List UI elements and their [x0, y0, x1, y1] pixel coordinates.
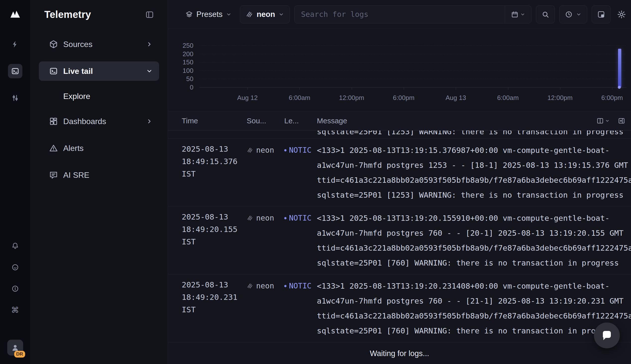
- x-axis-tick: 6:00am: [497, 94, 519, 102]
- log-message: <133>1 2025-08-13T13:19:15.376987+00:00 …: [317, 143, 631, 202]
- x-axis-tick: 12:00pm: [339, 94, 364, 102]
- y-axis-tick: 250: [169, 42, 193, 49]
- log-source-name: neon: [256, 143, 274, 158]
- sidebar-item-alerts[interactable]: Alerts: [39, 138, 159, 158]
- info-icon: [12, 285, 19, 292]
- x-axis-tickmark: [247, 88, 248, 90]
- bell-icon: [12, 242, 19, 250]
- search-button[interactable]: [536, 6, 555, 23]
- avatar-badge: DR: [14, 351, 25, 358]
- rail-bottom: ⌘ DR: [7, 240, 23, 356]
- gridline: [199, 54, 625, 54]
- alert-triangle-icon: [49, 144, 58, 152]
- feedback-button[interactable]: [10, 262, 21, 273]
- gridline: [199, 87, 626, 88]
- sliders-icon: [11, 94, 19, 102]
- log-search-bar: [294, 6, 531, 23]
- sidebar-item-label: Dashboards: [63, 117, 106, 126]
- chevron-down-icon: [226, 12, 231, 17]
- presets-button[interactable]: Presets: [181, 6, 235, 23]
- time-range-button[interactable]: [559, 6, 587, 23]
- logs-stream-icon: [247, 278, 253, 294]
- x-axis-tickmark: [456, 88, 456, 90]
- sidebar-item-label: Alerts: [63, 144, 84, 153]
- bar-base-dot: [618, 86, 621, 89]
- column-header-level: Le...: [284, 116, 317, 125]
- x-axis-tick: Aug 13: [446, 94, 466, 102]
- chevron-right-icon: [146, 118, 153, 124]
- log-row[interactable]: 2025-08-13 18:49:15.376 IST neon NOTIC <…: [168, 139, 631, 206]
- layers-icon: [185, 11, 193, 18]
- collapse-sidebar-button[interactable]: [145, 10, 154, 19]
- y-axis-tick: 150: [169, 58, 193, 66]
- gridline: [199, 46, 625, 46]
- gridline: [199, 79, 625, 79]
- y-axis-tick: 0: [169, 84, 193, 91]
- y-axis-tick: 200: [169, 50, 193, 58]
- log-row[interactable]: 2025-08-13 18:49:20.155 IST neon NOTIC <…: [168, 206, 631, 274]
- message-square-icon: [49, 171, 58, 179]
- log-source: neon: [247, 143, 284, 158]
- x-axis-tickmark: [404, 88, 404, 90]
- chevron-down-icon: [278, 12, 284, 17]
- log-source: neon: [247, 278, 284, 294]
- app-logo[interactable]: [9, 8, 21, 20]
- log-level: NOTIC: [284, 210, 317, 226]
- notifications-button[interactable]: [10, 240, 21, 252]
- search-input[interactable]: [294, 10, 505, 19]
- x-axis-tick: 6:00pm: [601, 94, 623, 102]
- chevron-down-icon: [576, 12, 581, 17]
- log-message: <133>1 2025-08-13T13:19:20.231408+00:00 …: [317, 278, 631, 338]
- sidebar-nav: Sources Live tail Explore: [30, 34, 168, 185]
- icon-rail: ⌘ DR: [0, 0, 30, 364]
- sidebar-item-ai-sre[interactable]: AI SRE: [39, 165, 159, 185]
- chevron-down-icon: [520, 12, 525, 17]
- rail-item-live-tail[interactable]: [8, 64, 23, 78]
- panel-collapse-icon: [145, 10, 154, 19]
- x-axis-tick: Aug 12: [237, 94, 258, 102]
- log-level-text: NOTIC: [289, 143, 311, 158]
- log-level-text: NOTIC: [289, 210, 311, 226]
- log-timestamp: 2025-08-13 18:49:15.376 IST: [182, 143, 247, 180]
- calendar-icon: [511, 11, 518, 18]
- command-menu-button[interactable]: ⌘: [10, 304, 21, 316]
- chevron-down-icon: [146, 68, 153, 74]
- x-axis-tickmark: [352, 88, 352, 90]
- columns-settings-button[interactable]: [597, 117, 609, 124]
- gridline: [199, 70, 625, 71]
- person-icon: [11, 343, 20, 352]
- sidebar-item-dashboards[interactable]: Dashboards: [39, 112, 159, 131]
- chevron-right-icon: [146, 41, 153, 48]
- level-dot-icon: [284, 217, 286, 219]
- level-dot-icon: [284, 149, 286, 152]
- info-button[interactable]: [10, 283, 21, 294]
- log-message: sqlstate=25P01 [1253] WARNING: there is …: [317, 130, 631, 139]
- source-selector[interactable]: neon: [240, 6, 290, 23]
- rail-item-activity[interactable]: [8, 37, 23, 52]
- sidebar-item-label: Sources: [63, 40, 92, 49]
- log-row[interactable]: 2025-08-13 18:49:20.231 IST neon NOTIC <…: [168, 274, 631, 342]
- live-tail-icon: [49, 67, 58, 75]
- lightning-icon: [11, 40, 19, 48]
- sidebar-header: Telemetry: [30, 0, 168, 20]
- sidebar-subitem-label: Explore: [63, 92, 90, 101]
- gear-icon: [617, 10, 626, 19]
- date-filter-button[interactable]: [505, 6, 531, 23]
- log-row-partial[interactable]: sqlstate=25P01 [1253] WARNING: there is …: [168, 130, 631, 139]
- clock-icon: [565, 11, 572, 18]
- add-to-dashboard-icon: [597, 11, 605, 18]
- expand-panel-button[interactable]: [618, 117, 625, 124]
- sidebar-item-explore[interactable]: Explore: [39, 88, 159, 104]
- log-source: neon: [247, 210, 284, 226]
- x-axis-tickmark: [299, 88, 300, 90]
- user-avatar[interactable]: DR: [7, 340, 23, 356]
- sidebar-item-sources[interactable]: Sources: [39, 34, 159, 54]
- sidebar-item-live-tail[interactable]: Live tail: [39, 62, 159, 81]
- chat-launcher-button[interactable]: [594, 322, 620, 348]
- save-view-button[interactable]: [592, 6, 610, 23]
- x-axis-tickmark: [612, 88, 612, 90]
- presets-label: Presets: [196, 10, 222, 19]
- settings-button[interactable]: [615, 6, 628, 23]
- log-timestamp: 2025-08-13 18:49:20.155 IST: [182, 210, 247, 248]
- rail-item-metrics[interactable]: [8, 91, 23, 105]
